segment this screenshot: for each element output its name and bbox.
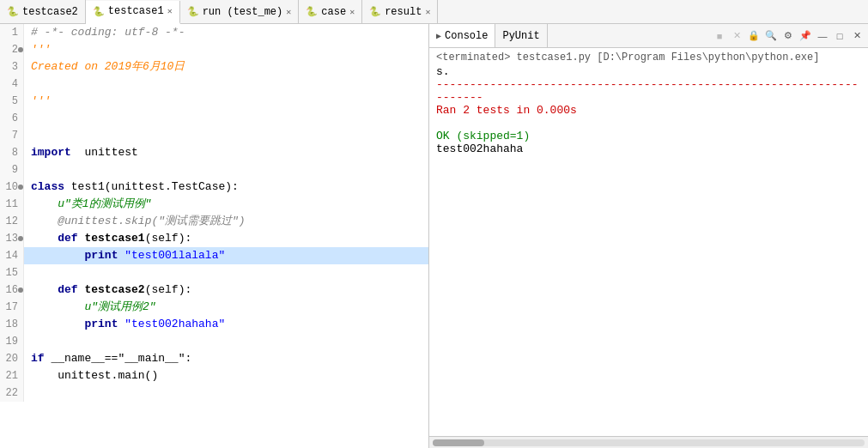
tab-pyunit[interactable]: PyUnit	[495, 24, 547, 47]
line-content[interactable]: Created on 2019年6月10日	[24, 58, 428, 76]
line-content[interactable]: '''	[24, 93, 428, 110]
line-content[interactable]: class test1(unittest.TestCase):	[24, 179, 428, 196]
file-icon: 🐍	[369, 6, 381, 17]
line-content[interactable]	[24, 264, 428, 282]
table-row: 16 def testcase2(self):	[0, 282, 428, 299]
line-number: 6	[0, 110, 24, 127]
line-content[interactable]: # -*- coding: utf-8 -*-	[24, 24, 428, 41]
line-number: 2	[0, 41, 24, 58]
file-icon: 🐍	[187, 6, 199, 17]
table-row: 17 u"测试用例2"	[0, 299, 428, 316]
line-number: 11	[0, 196, 24, 213]
line-number: 17	[0, 299, 24, 316]
table-row: 6	[0, 110, 428, 127]
console-scrollbar[interactable]	[429, 436, 868, 448]
scroll-lock-button[interactable]: 🔒	[746, 28, 762, 44]
table-row: 22	[0, 384, 428, 402]
line-content[interactable]: '''	[24, 41, 428, 58]
line-number: 16	[0, 282, 24, 299]
scrollbar-track[interactable]	[433, 439, 865, 446]
file-icon: 🐍	[7, 6, 19, 17]
tab-testcase2[interactable]: 🐍 testcase2	[0, 0, 86, 23]
table-row: 9	[0, 161, 428, 179]
line-number: 8	[0, 144, 24, 161]
console-toolbar: ■ ✕ 🔒 🔍 ⚙ 📌 — □ ✕	[712, 28, 868, 44]
line-content[interactable]	[24, 110, 428, 127]
tab-label: run (test_me)	[203, 6, 283, 18]
tab-label: case	[321, 6, 346, 18]
clear-button[interactable]: ✕	[729, 28, 744, 44]
tab-result[interactable]: 🐍 result ✕	[362, 0, 438, 23]
table-row: 8 import unittest	[0, 144, 428, 161]
close-tab-button[interactable]: ✕	[286, 7, 291, 17]
stop-button[interactable]: ■	[712, 28, 727, 44]
line-content[interactable]: import unittest	[24, 144, 428, 161]
table-row: 18 print "test002hahaha"	[0, 316, 428, 333]
line-content[interactable]: if __name__=="__main__":	[24, 350, 428, 367]
tab-console[interactable]: ▶ Console	[429, 24, 495, 47]
console-icon: ▶	[436, 31, 441, 41]
line-number: 10	[0, 179, 24, 196]
close-tab-button[interactable]: ✕	[349, 7, 355, 17]
settings-button[interactable]: ⚙	[780, 28, 796, 44]
table-row: 15	[0, 264, 428, 282]
table-row: 12 @unittest.skip("测试需要跳过")	[0, 213, 428, 230]
maximize-button[interactable]: □	[832, 28, 847, 44]
tab-case[interactable]: 🐍 case ✕	[299, 0, 362, 23]
table-row: 7	[0, 127, 428, 144]
line-number: 12	[0, 213, 24, 230]
file-icon: 🐍	[306, 6, 318, 17]
scrollbar-thumb[interactable]	[433, 439, 484, 446]
console-output[interactable]: <terminated> testcase1.py [D:\Program Fi…	[429, 48, 868, 436]
tab-label: Console	[445, 30, 488, 42]
table-row: 3 Created on 2019年6月10日	[0, 58, 428, 76]
line-number: 22	[0, 384, 24, 402]
line-content[interactable]: def testcase1(self):	[24, 230, 428, 247]
line-content[interactable]	[24, 333, 428, 350]
search-button[interactable]: 🔍	[763, 28, 779, 44]
table-row: 4	[0, 76, 428, 93]
tab-label: result	[385, 6, 422, 18]
pin-button[interactable]: 📌	[798, 28, 813, 44]
console-header-text: <terminated> testcase1.py [D:\Program Fi…	[436, 51, 861, 64]
file-icon: 🐍	[93, 6, 105, 17]
line-content[interactable]: @unittest.skip("测试需要跳过")	[24, 213, 428, 230]
console-line-ok: OK (skipped=1)	[436, 130, 861, 142]
close-button[interactable]: ✕	[849, 28, 865, 44]
table-row: 13 def testcase1(self):	[0, 230, 428, 247]
line-content[interactable]: print "test002hahaha"	[24, 316, 428, 333]
line-number: 18	[0, 316, 24, 333]
tab-bar: 🐍 testcase2 🐍 testcase1 ✕ 🐍 run (test_me…	[0, 0, 868, 24]
line-number: 20	[0, 350, 24, 367]
line-content[interactable]: u"测试用例2"	[24, 299, 428, 316]
table-row: 14 print "test001lalala"	[0, 247, 428, 264]
line-content[interactable]: print "test001lalala"	[24, 247, 428, 264]
right-panel: ▶ Console PyUnit ■ ✕ 🔒 🔍 ⚙ 📌 — □ ✕ <term…	[429, 24, 868, 448]
tab-label: testcase1	[108, 5, 164, 17]
table-row: 10 class test1(unittest.TestCase):	[0, 179, 428, 196]
line-content[interactable]	[24, 127, 428, 144]
line-number: 7	[0, 127, 24, 144]
code-lines: 1 # -*- coding: utf-8 -*- 2 ''' 3 Create…	[0, 24, 428, 402]
line-number: 9	[0, 161, 24, 179]
line-number: 14	[0, 247, 24, 264]
minimize-button[interactable]: —	[815, 28, 830, 44]
line-content[interactable]: u"类1的测试用例"	[24, 196, 428, 213]
line-number: 4	[0, 76, 24, 93]
close-tab-button[interactable]: ✕	[425, 7, 430, 17]
line-content[interactable]: def testcase2(self):	[24, 282, 428, 299]
line-content[interactable]	[24, 76, 428, 93]
line-content[interactable]: unittest.main()	[24, 367, 428, 384]
line-content[interactable]	[24, 161, 428, 179]
line-number: 19	[0, 333, 24, 350]
tab-run-test-me[interactable]: 🐍 run (test_me) ✕	[180, 0, 300, 23]
line-content[interactable]	[24, 384, 428, 402]
line-number: 1	[0, 24, 24, 41]
console-tab-bar: ▶ Console PyUnit ■ ✕ 🔒 🔍 ⚙ 📌 — □ ✕	[429, 24, 868, 48]
console-line-test002: test002hahaha	[436, 142, 861, 155]
console-line-blank	[436, 117, 861, 130]
close-tab-button[interactable]: ✕	[167, 6, 173, 16]
tab-testcase1[interactable]: 🐍 testcase1 ✕	[86, 1, 180, 24]
table-row: 21 unittest.main()	[0, 367, 428, 384]
code-panel: 1 # -*- coding: utf-8 -*- 2 ''' 3 Create…	[0, 24, 429, 448]
